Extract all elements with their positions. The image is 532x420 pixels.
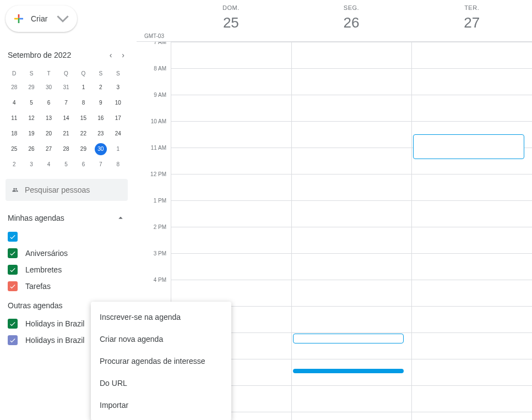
plus-icon (12, 12, 25, 25)
mini-day[interactable]: 30 (40, 80, 57, 95)
day-header-2[interactable]: TER. 27 (411, 0, 532, 41)
check-icon (9, 266, 17, 274)
dow-header: S (110, 67, 127, 80)
calendar-item[interactable]: Aniversários (6, 245, 137, 261)
time-label: 3 PM (154, 250, 166, 257)
mini-day[interactable]: 8 (75, 95, 92, 111)
calendar-checkbox[interactable] (8, 319, 18, 329)
mini-day[interactable]: 9 (92, 95, 109, 111)
mini-day[interactable]: 19 (23, 126, 40, 141)
mini-day[interactable]: 25 (6, 141, 23, 157)
calendar-checkbox[interactable] (8, 265, 18, 275)
time-label: 8 AM (154, 66, 166, 72)
next-month-button[interactable]: › (120, 48, 127, 62)
time-label: 7 AM (154, 42, 166, 45)
mini-day[interactable]: 16 (92, 111, 109, 126)
mini-cal-title: Setembro de 2022 (8, 51, 71, 59)
day-column-1[interactable] (291, 42, 412, 420)
mini-day[interactable]: 14 (57, 111, 74, 126)
menu-item[interactable]: Importar (91, 394, 231, 416)
mini-day[interactable]: 22 (75, 126, 92, 141)
check-icon (9, 320, 17, 328)
mini-day[interactable]: 10 (110, 95, 127, 111)
mini-day[interactable]: 6 (75, 157, 92, 172)
mini-day[interactable]: 7 (92, 157, 109, 172)
time-label: 11 AM (151, 145, 166, 151)
day-headers: GMT-03 DOM. 25 SEG. 26 TER. 27 (137, 0, 532, 42)
calendar-item[interactable]: Tarefas (6, 278, 137, 294)
mini-day[interactable]: 12 (23, 111, 40, 126)
dow-label: TER. (411, 4, 532, 11)
mini-day[interactable]: 2 (6, 157, 23, 172)
mini-day[interactable]: 8 (110, 157, 127, 172)
mini-day[interactable]: 29 (75, 141, 92, 157)
time-label: 4 PM (154, 277, 166, 283)
dow-header: D (6, 67, 23, 80)
menu-item[interactable]: Inscrever-se na agenda (91, 306, 231, 328)
calendar-checkbox[interactable] (8, 335, 18, 345)
calendar-checkbox[interactable] (8, 232, 18, 242)
mini-day[interactable]: 3 (110, 80, 127, 95)
search-people-input[interactable] (25, 186, 121, 194)
calendar-label: Aniversários (25, 249, 68, 258)
time-label: 12 PM (150, 171, 166, 177)
time-label: 10 AM (151, 118, 166, 124)
menu-item[interactable]: Criar nova agenda (91, 328, 231, 350)
calendar-item[interactable] (6, 228, 137, 245)
day-column-2[interactable] (411, 42, 532, 420)
calendar-checkbox[interactable] (8, 248, 18, 258)
calendar-label: Tarefas (25, 282, 51, 291)
mini-day[interactable]: 13 (40, 111, 57, 126)
mini-day[interactable]: 7 (57, 95, 74, 111)
event-block[interactable] (293, 369, 404, 373)
mini-day[interactable]: 31 (57, 80, 74, 95)
dow-header: Q (75, 67, 92, 80)
mini-day[interactable]: 3 (23, 157, 40, 172)
event-outline[interactable] (293, 334, 404, 343)
day-header-0[interactable]: DOM. 25 (171, 0, 291, 41)
mini-day[interactable]: 4 (6, 95, 23, 111)
calendar-item[interactable]: Lembretes (6, 261, 137, 278)
day-number: 27 (411, 14, 532, 31)
day-header-1[interactable]: SEG. 26 (291, 0, 412, 41)
mini-day[interactable]: 21 (57, 126, 74, 141)
mini-day[interactable]: 30 (92, 141, 109, 157)
mini-day[interactable]: 15 (75, 111, 92, 126)
mini-day[interactable]: 18 (6, 126, 23, 141)
check-icon (9, 249, 17, 257)
dow-label: SEG. (291, 4, 412, 11)
mini-day[interactable]: 11 (6, 111, 23, 126)
menu-item[interactable]: Do URL (91, 372, 231, 394)
mini-day[interactable]: 28 (6, 80, 23, 95)
calendar-label: Lembretes (25, 265, 62, 274)
calendar-checkbox[interactable] (8, 281, 18, 291)
mini-day[interactable]: 5 (57, 157, 74, 172)
prev-month-button[interactable]: ‹ (107, 48, 115, 62)
search-people[interactable] (6, 179, 128, 201)
mini-day[interactable]: 1 (110, 141, 127, 157)
mini-day[interactable]: 6 (40, 95, 57, 111)
mini-day[interactable]: 27 (40, 141, 57, 157)
menu-item[interactable]: Procurar agendas de interesse (91, 350, 231, 372)
mini-day[interactable]: 5 (23, 95, 40, 111)
dow-header: S (92, 67, 109, 80)
mini-calendar: Setembro de 2022 ‹ › DSTQQSS282930311234… (6, 48, 137, 172)
mini-day[interactable]: 28 (57, 141, 74, 157)
event-outline[interactable] (413, 134, 524, 159)
my-calendars-toggle[interactable]: Minhas agendas (6, 208, 137, 228)
mini-day[interactable]: 24 (110, 126, 127, 141)
mini-day[interactable]: 20 (40, 126, 57, 141)
create-label: Criar (31, 14, 47, 23)
time-label: 9 AM (154, 92, 166, 98)
create-button[interactable]: Criar (6, 6, 77, 32)
mini-day[interactable]: 23 (92, 126, 109, 141)
chevron-down-icon (56, 12, 69, 25)
mini-day[interactable]: 1 (75, 80, 92, 95)
mini-day[interactable]: 4 (40, 157, 57, 172)
mini-day[interactable]: 2 (92, 80, 109, 95)
mini-day[interactable]: 17 (110, 111, 127, 126)
day-number: 26 (291, 14, 412, 31)
dow-header: Q (57, 67, 74, 80)
mini-day[interactable]: 26 (23, 141, 40, 157)
mini-day[interactable]: 29 (23, 80, 40, 95)
